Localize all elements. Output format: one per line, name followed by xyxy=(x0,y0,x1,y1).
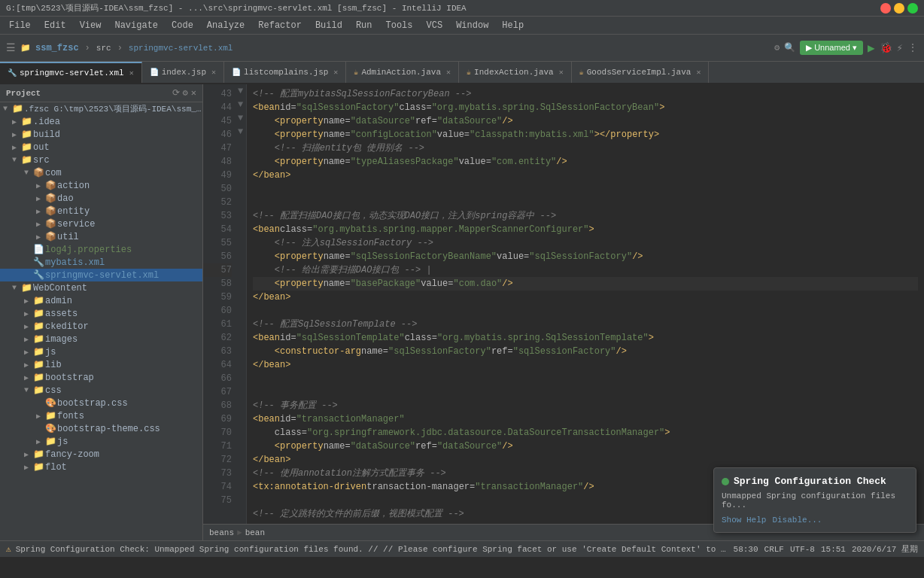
arrow-build: ▶ xyxy=(12,130,21,139)
tab-goods-service[interactable]: ☕ GoodsServiceImpl.java ✕ xyxy=(572,62,710,83)
menu-run[interactable]: Run xyxy=(350,19,378,32)
notification-disable-link[interactable]: Disable... xyxy=(772,516,822,525)
menu-edit[interactable]: Edit xyxy=(38,19,72,32)
maximize-window-btn[interactable] xyxy=(907,3,918,14)
sidebar-label-bootstrap: bootstrap xyxy=(45,373,94,383)
tab-springmvc-servlet[interactable]: 🔧 springmvc-servlet.xml ✕ xyxy=(0,62,142,83)
sidebar-item-src[interactable]: ▼ 📁 src xyxy=(0,154,202,166)
window-controls xyxy=(880,3,918,14)
sidebar-item-com[interactable]: ▼ 📦 com xyxy=(0,166,202,179)
fold-icon-53[interactable]: ▼ xyxy=(235,98,246,111)
sidebar-close-icon[interactable]: ✕ xyxy=(191,87,196,99)
sidebar-item-js[interactable]: ▶ 📁 js xyxy=(0,345,202,358)
tab-close-springmvc[interactable]: ✕ xyxy=(129,68,134,78)
sidebar-item-fonts[interactable]: ▶ 📁 fonts xyxy=(0,409,202,422)
sidebar-item-css[interactable]: ▼ 📁 css xyxy=(0,384,202,397)
sidebar-item-action[interactable]: ▶ 📦 action xyxy=(0,179,202,192)
code-line-60: <!-- 配置SqlSessionTemplate --> xyxy=(253,318,918,331)
status-encoding[interactable]: UTF-8 xyxy=(790,545,815,554)
sidebar-item-dao[interactable]: ▶ 📦 dao xyxy=(0,192,202,205)
sidebar-item-util[interactable]: ▶ 📦 util xyxy=(0,230,202,243)
status-bar: ⚠ Spring Configuration Check: Unmapped S… xyxy=(0,540,924,557)
menu-analyze[interactable]: Analyze xyxy=(201,19,251,32)
menu-code[interactable]: Code xyxy=(166,19,199,32)
run-button[interactable]: ▶ Unnamed ▾ xyxy=(800,41,863,55)
sidebar-item-entity[interactable]: ▶ 📦 entity xyxy=(0,205,202,218)
file-icon-mybatis: 🔧 xyxy=(33,257,45,268)
folder-icon-out: 📁 xyxy=(21,141,33,153)
menu-view[interactable]: View xyxy=(74,19,108,32)
sidebar-item-bootstrap[interactable]: ▶ 📁 bootstrap xyxy=(0,371,202,384)
menu-vcs[interactable]: VCS xyxy=(421,19,449,32)
sidebar-item-admin[interactable]: ▶ 📁 admin xyxy=(0,294,202,307)
code-line-49: </bean> xyxy=(253,169,918,182)
title-text: G:[tmp\2523\项目源码-IDEA\ssm_fzsc] - ...\sr… xyxy=(6,2,467,14)
folder-icon-admin: 📁 xyxy=(33,295,45,306)
sidebar-item-service[interactable]: ▶ 📦 service xyxy=(0,218,202,230)
more-tools-icon[interactable]: ⋮ xyxy=(907,41,918,54)
sidebar-item-assets[interactable]: ▶ 📁 assets xyxy=(0,307,202,320)
tab-close-list[interactable]: ✕ xyxy=(333,68,338,77)
package-icon-action: 📦 xyxy=(45,180,57,191)
toolbar-menu-icon[interactable]: ☰ xyxy=(6,41,16,54)
sidebar-item-ckeditor[interactable]: ▶ 📁 ckeditor xyxy=(0,320,202,333)
tab-listcomplains[interactable]: 📄 listcomplains.jsp ✕ xyxy=(224,62,346,83)
debug-icon[interactable]: 🐞 xyxy=(880,41,892,54)
fold-icon-67[interactable]: ▼ xyxy=(235,125,246,138)
tab-close-goods[interactable]: ✕ xyxy=(696,68,701,77)
breadcrumb-beans[interactable]: beans xyxy=(209,528,234,537)
editor-content[interactable]: 43 44 45 46 47 48 49 50 52 53 54 55 56 5… xyxy=(203,84,924,524)
sidebar-item-fancy-zoom[interactable]: ▶ 📁 fancy-zoom xyxy=(0,448,202,461)
tab-close-indexaction[interactable]: ✕ xyxy=(559,68,564,77)
sidebar-item-mybatis[interactable]: ▶ 🔧 mybatis.xml xyxy=(0,256,202,269)
tab-admin-action[interactable]: ☕ AdminAction.java ✕ xyxy=(346,62,459,83)
fold-icon-61[interactable]: ▼ xyxy=(235,111,246,125)
code-line-45: <property name="dataSource" ref="dataSou… xyxy=(253,114,918,128)
menu-navigate[interactable]: Navigate xyxy=(108,19,164,32)
folder-icon-lib: 📁 xyxy=(33,359,45,370)
run-icon[interactable]: ▶ xyxy=(868,41,875,56)
menu-help[interactable]: Help xyxy=(496,19,530,32)
sidebar-label-src: src xyxy=(33,155,50,166)
tab-index-jsp[interactable]: 📄 index.jsp ✕ xyxy=(142,62,224,83)
sidebar-item-build[interactable]: ▶ 📁 build xyxy=(0,128,202,141)
menu-build[interactable]: Build xyxy=(309,19,348,32)
status-line-ending[interactable]: CRLF xyxy=(764,545,784,554)
menu-window[interactable]: Window xyxy=(450,19,494,32)
tab-index-action[interactable]: ☕ IndexAction.java ✕ xyxy=(459,62,572,83)
sidebar-item-lib[interactable]: ▶ 📁 lib xyxy=(0,358,202,371)
menu-tools[interactable]: Tools xyxy=(380,19,419,32)
code-area[interactable]: <!-- 配置mybitasSqlSessionFactoryBean --> … xyxy=(247,84,924,524)
toolbar-search-icon[interactable]: 🔍 xyxy=(784,42,795,53)
sidebar-item-webcontent[interactable]: ▼ 📁 WebContent xyxy=(0,281,202,294)
arrow-images: ▶ xyxy=(24,335,33,344)
sidebar-item-springmvc[interactable]: ▶ 🔧 springmvc-servlet.xml xyxy=(0,269,202,281)
sidebar-item-bootstrap-theme[interactable]: ▶ 🎨 bootstrap-theme.css xyxy=(0,422,202,435)
sidebar-item-images[interactable]: ▶ 📁 images xyxy=(0,333,202,345)
breadcrumb-bean[interactable]: bean xyxy=(245,528,265,537)
close-window-btn[interactable] xyxy=(880,3,891,14)
menu-refactor[interactable]: Refactor xyxy=(252,19,308,32)
coverage-icon[interactable]: ⚡ xyxy=(897,41,903,54)
sidebar-sync-icon[interactable]: ⟳ xyxy=(172,87,180,99)
tab-close-admin[interactable]: ✕ xyxy=(446,68,451,77)
sidebar-item-js2[interactable]: ▶ 📁 js xyxy=(0,435,202,448)
fold-icon-44[interactable]: ▼ xyxy=(235,84,246,98)
sidebar-item-log4j[interactable]: ▶ 📄 log4j.properties xyxy=(0,243,202,256)
sidebar-item-bootstrap-css[interactable]: ▶ 🎨 bootstrap.css xyxy=(0,397,202,409)
sidebar-title: Project xyxy=(6,89,41,98)
menu-file[interactable]: File xyxy=(3,19,37,32)
sidebar-item-fzsc[interactable]: ▼ 📁 .fzsc G:\tmp\2523\项目源码-IDEA\ssm_fzsc xyxy=(0,102,202,115)
tab-close-index[interactable]: ✕ xyxy=(211,68,216,77)
status-position[interactable]: 58:30 xyxy=(734,545,758,554)
folder-icon-build: 📁 xyxy=(21,129,33,140)
sidebar-item-idea[interactable]: ▶ 📁 .idea xyxy=(0,115,202,128)
sidebar-gear-icon[interactable]: ⚙ xyxy=(183,87,188,99)
minimize-window-btn[interactable] xyxy=(894,3,904,14)
sidebar-item-out[interactable]: ▶ 📁 out xyxy=(0,141,202,154)
folder-icon-ckeditor: 📁 xyxy=(33,321,45,332)
sidebar-item-flot[interactable]: ▶ 📁 flot xyxy=(0,461,202,473)
toolbar-settings-icon[interactable]: ⚙ xyxy=(774,42,780,53)
tab-label-list: listcomplains.jsp xyxy=(244,68,328,77)
notification-show-help-link[interactable]: Show Help xyxy=(722,516,766,525)
